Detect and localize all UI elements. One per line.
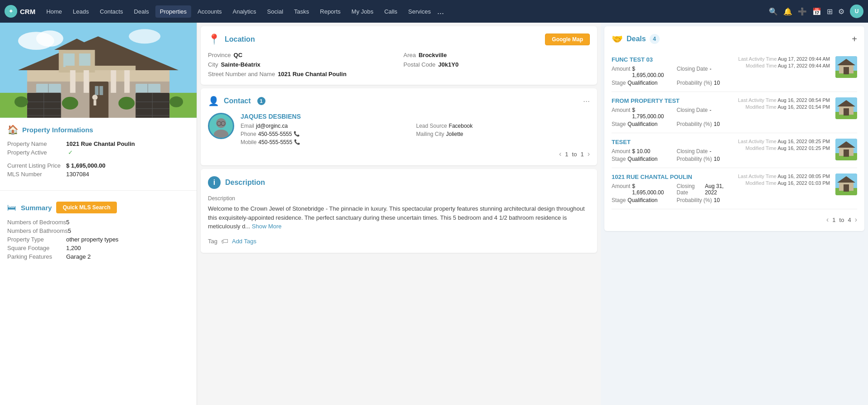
deal-stage: Stage Qualification [612,121,667,127]
deal-name[interactable]: FUNC TEST 03 [612,56,733,63]
deal-info: FROM PROPERTY TEST Amount $ 1,795,000.00… [612,97,733,127]
search-icon[interactable]: 🔍 [769,7,778,16]
description-card: i Description Description Welcome to the… [201,169,597,253]
phone-icon: 📞 [294,131,300,137]
deal-stage: Stage Qualification [612,80,668,86]
deal-activity: Last Activity Time Aug 16, 2022 08:54 PM… [738,97,830,111]
nav-contacts[interactable]: Contacts [95,5,127,18]
deal-fields: Amount $ 1,695,000.00 Closing Date - Sta… [612,66,733,86]
add-tags-link[interactable]: Add Tags [232,238,256,245]
deal-fields: Amount $ 1,695,000.00 Closing Date Aug 3… [612,183,733,203]
nav-reports[interactable]: Reports [315,5,345,18]
deals-card: 🤝 Deals 4 + FUNC TEST 03 Amount $ 1,695,… [604,26,864,231]
right-panel: 🤝 Deals 4 + FUNC TEST 03 Amount $ 1,695,… [601,23,868,405]
parking-label: Parking Features [7,253,66,260]
nav-services[interactable]: Services [404,5,435,18]
svg-point-39 [62,97,78,110]
nav-more[interactable]: ... [437,7,444,16]
deal-thumbnail [835,174,857,195]
deal-amount-value: $ 1,695,000.00 [632,183,667,196]
postal-label: Postal Code [404,61,436,68]
property-name-label: Property Name [7,140,66,147]
location-card: 📍 Location Google Map Province QC Area B… [201,26,597,85]
property-info-header: 🏠 Property Informations [7,124,189,135]
settings-icon[interactable]: ⚙ [838,7,844,16]
deals-page-current: 1 [832,217,835,223]
nav-properties[interactable]: Properties [155,5,191,18]
contact-page-total: 1 [580,151,583,158]
property-type-row: Property Type other property types [7,236,189,243]
google-map-button[interactable]: Google Map [545,34,590,45]
calendar-icon[interactable]: 📅 [812,7,821,16]
postal-value: J0k1Y0 [438,61,458,68]
deals-next-button[interactable]: › [855,216,857,224]
street-pair: Street Number and Name 1021 Rue Chantal … [208,71,590,77]
quick-mls-button[interactable]: Quick MLS Search [56,202,116,213]
notification-icon[interactable]: 🔔 [783,7,792,16]
nav-deals[interactable]: Deals [130,5,154,18]
add-icon[interactable]: ➕ [798,7,807,16]
svg-point-41 [169,96,183,107]
deal-probability-label: Probability (%) [676,121,712,127]
deal-probability: Probability (%) 10 [676,197,732,203]
nav-calls[interactable]: Calls [380,5,402,18]
user-avatar[interactable]: U [850,5,863,18]
deal-probability-value: 10 [714,197,720,203]
svg-rect-52 [844,67,849,74]
property-image [0,23,197,118]
svg-point-42 [14,96,28,107]
contact-name[interactable]: JAQUES DESBIENS [241,113,590,120]
nav-social[interactable]: Social [263,5,288,18]
parking-value: Garage 2 [66,253,91,260]
deal-amount-label: Amount [612,183,630,196]
contact-next-button[interactable]: › [588,150,590,158]
deals-prev-button[interactable]: ‹ [826,216,829,224]
svg-rect-15 [111,68,116,93]
deal-closing-value: Aug 31, 2022 [705,183,733,196]
deal-probability-label: Probability (%) [676,156,712,162]
contact-card: 👤 Contact 1 ··· JAQUES D [201,88,597,165]
svg-rect-13 [70,68,76,93]
lead-source-label: Lead Source [416,123,447,129]
email-field-label: Email [241,123,254,129]
sqft-value: 1,200 [66,245,81,251]
deal-stage-label: Stage [612,156,626,162]
mobile-value: 450-555-5555 [258,139,292,145]
deals-add-button[interactable]: + [852,34,857,44]
deal-amount-label: Amount [612,148,630,154]
listing-price-label: Current Listing Price [7,162,66,169]
nav-myjobs[interactable]: My Jobs [347,5,378,18]
deal-fields: Amount $ 10.00 Closing Date - Stage Qual… [612,148,733,162]
mobile-label: Mobile [241,139,256,145]
app-logo-text: CRM [20,8,35,15]
city-pair: City Sainte-Béatrix [208,61,395,68]
nav-leads[interactable]: Leads [68,5,93,18]
deal-probability-label: Probability (%) [676,197,712,203]
bed-icon: 🛏 [7,202,16,213]
deal-name[interactable]: TESET [612,139,733,145]
contact-prev-button[interactable]: ‹ [559,150,561,158]
deal-activity-value: Aug 16, 2022 08:05 PM [777,174,830,179]
deal-name[interactable]: 1021 RUE CHANTAL POULIN [612,174,733,180]
deal-name[interactable]: FROM PROPERTY TEST [612,97,733,104]
deal-probability: Probability (%) 10 [676,121,732,127]
lead-source-field-row: Lead Source Facebook [416,123,590,129]
property-info-title: Property Informations [22,126,93,134]
contact-more-button[interactable]: ··· [583,96,590,106]
top-navigation: ✦ CRM Home Leads Contacts Deals Properti… [0,0,868,23]
nav-accounts[interactable]: Accounts [193,5,226,18]
nav-analytics[interactable]: Analytics [228,5,261,18]
contact-person: JAQUES DESBIENS Email jd@orginc.ca Lead … [208,113,590,145]
mls-row: MLS Number 1307084 [7,171,189,178]
show-more-link[interactable]: Show More [252,223,282,230]
nav-home[interactable]: Home [42,5,67,18]
area-pair: Area Brockville [404,52,590,58]
description-card-header: i Description [208,176,590,189]
deals-icon: 🤝 [612,34,623,44]
nav-tasks[interactable]: Tasks [289,5,313,18]
grid-icon[interactable]: ⊞ [827,7,833,16]
app-logo[interactable]: ✦ CRM [5,5,35,18]
postal-pair: Postal Code J0k1Y0 [404,61,590,68]
deal-amount-value: $ 10.00 [632,148,650,154]
location-title: Location [225,35,255,43]
